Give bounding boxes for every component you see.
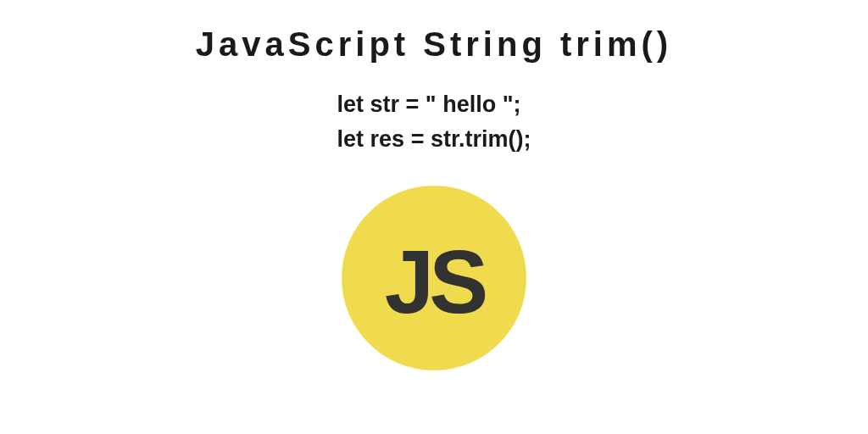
code-line-1: let str = " hello ";: [337, 87, 531, 122]
page-title: JavaScript String trim(): [196, 25, 672, 64]
code-line-2: let res = str.trim();: [337, 122, 531, 157]
code-example: let str = " hello "; let res = str.trim(…: [337, 87, 531, 156]
js-logo-text: JS: [385, 231, 483, 333]
js-logo-badge: JS: [342, 186, 526, 370]
